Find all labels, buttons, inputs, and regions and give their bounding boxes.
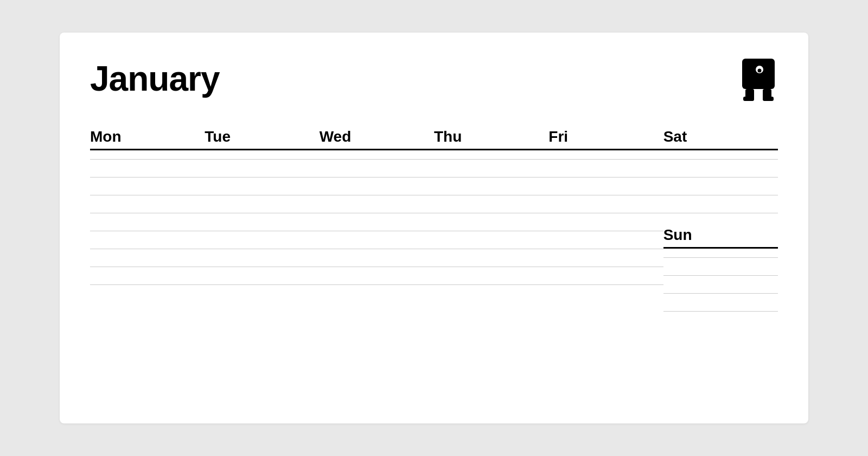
line	[434, 284, 548, 285]
sun-section: Sun	[663, 226, 778, 320]
calendar-grid: Mon Tue	[90, 128, 778, 320]
line	[320, 195, 434, 195]
line	[434, 267, 548, 267]
line	[90, 249, 205, 249]
day-label-mon: Mon	[90, 128, 205, 150]
calendar-card: January Mon	[60, 33, 808, 423]
line	[320, 177, 434, 178]
line	[205, 159, 319, 160]
line	[434, 195, 548, 195]
line	[90, 213, 205, 213]
line	[434, 249, 548, 249]
sat-section: Sat	[663, 128, 778, 222]
fri-lines	[548, 150, 663, 294]
line	[205, 249, 319, 249]
line	[320, 284, 434, 285]
day-column-fri: Fri	[548, 128, 663, 320]
line	[320, 213, 434, 213]
line	[548, 159, 663, 160]
line	[320, 159, 434, 160]
day-label-wed: Wed	[320, 128, 434, 150]
svg-rect-0	[742, 59, 775, 89]
line	[663, 213, 778, 213]
line	[205, 284, 319, 285]
day-label-sat: Sat	[663, 128, 778, 150]
day-column-thu: Thu	[434, 128, 548, 320]
line	[434, 177, 548, 178]
month-title: January	[90, 59, 219, 99]
line	[434, 231, 548, 231]
line	[663, 275, 778, 276]
svg-rect-6	[763, 97, 774, 101]
line	[205, 177, 319, 178]
day-column-mon: Mon	[90, 128, 205, 320]
line	[90, 177, 205, 178]
line	[548, 195, 663, 195]
line	[434, 213, 548, 213]
line	[320, 249, 434, 249]
day-column-sat-sun: Sat Sun	[663, 128, 778, 320]
line	[663, 311, 778, 312]
line	[90, 231, 205, 231]
line	[90, 284, 205, 285]
line	[663, 159, 778, 160]
day-label-tue: Tue	[205, 128, 319, 150]
line	[90, 159, 205, 160]
day-label-thu: Thu	[434, 128, 548, 150]
calendar-header: January	[90, 59, 778, 102]
line	[320, 267, 434, 267]
line	[548, 177, 663, 178]
monster-mascot-icon	[739, 59, 778, 102]
line	[90, 195, 205, 195]
svg-rect-5	[743, 97, 754, 101]
line	[434, 159, 548, 160]
line	[548, 231, 663, 231]
day-column-tue: Tue	[205, 128, 319, 320]
line	[548, 213, 663, 213]
line	[205, 267, 319, 267]
day-label-sun: Sun	[663, 226, 778, 249]
line	[90, 267, 205, 267]
line	[205, 213, 319, 213]
line	[548, 249, 663, 249]
wed-lines	[320, 150, 434, 294]
tue-lines	[205, 150, 319, 294]
sun-lines	[663, 249, 778, 320]
line	[663, 195, 778, 195]
mon-lines	[90, 150, 205, 294]
day-column-wed: Wed	[320, 128, 434, 320]
line	[320, 231, 434, 231]
sat-lines	[663, 150, 778, 222]
line	[663, 293, 778, 294]
line	[548, 267, 663, 267]
line	[205, 231, 319, 231]
thu-lines	[434, 150, 548, 294]
svg-point-2	[758, 69, 762, 73]
line	[548, 284, 663, 285]
line	[663, 257, 778, 258]
line	[663, 177, 778, 178]
line	[205, 195, 319, 195]
day-label-fri: Fri	[548, 128, 663, 150]
